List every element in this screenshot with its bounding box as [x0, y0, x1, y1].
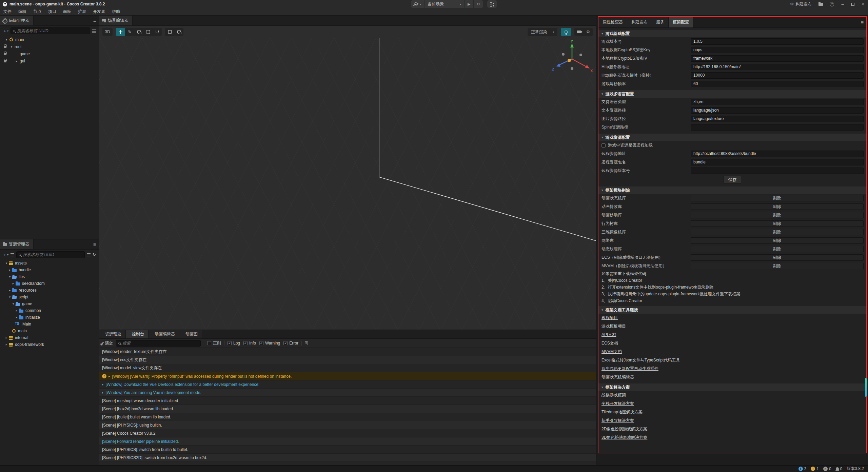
doc-link[interactable]: ECS文档 — [601, 340, 618, 346]
property-input[interactable]: 10000 — [691, 72, 864, 79]
expander-icon[interactable]: ▸ — [14, 59, 19, 63]
tree-node[interactable]: ▾ game — [0, 300, 99, 307]
tree-node[interactable]: ▾ libs — [0, 273, 99, 280]
expander-icon[interactable]: ▾ — [9, 45, 14, 48]
remove-module-button[interactable]: 剔除 — [691, 229, 864, 235]
inspector-tab[interactable]: 属性检查器 — [598, 17, 627, 27]
camera-settings-button[interactable] — [574, 28, 584, 36]
menu-item[interactable]: 项目 — [45, 9, 60, 15]
scene-viewport[interactable]: Y X Z — [99, 38, 596, 330]
doc-link[interactable]: MVVM文档 — [601, 349, 622, 355]
menu-item[interactable]: 开发者 — [90, 9, 108, 15]
warning-count[interactable]: ! 1 — [811, 467, 819, 471]
log-row[interactable]: ▸ [Window] You are running Vue in develo… — [99, 389, 596, 397]
render-mode-select[interactable]: 正常渲染 ▾ — [528, 28, 557, 36]
remove-module-button[interactable]: 剔除 — [691, 212, 864, 218]
hierarchy-search-input[interactable] — [17, 28, 88, 33]
solution-link[interactable]: Tiledmap地图解决方案 — [601, 409, 643, 415]
pivot-center-button[interactable] — [165, 28, 174, 36]
tab-scene-editor[interactable]: 场景编辑器 — [99, 16, 133, 25]
section-header-modules[interactable]: ▾ 框架模块剔除 — [598, 186, 866, 194]
console-search-input[interactable] — [122, 341, 198, 346]
property-input[interactable]: bundle — [691, 159, 864, 165]
property-input[interactable]: http://localhost:8083/assets/bundle — [691, 151, 864, 157]
notification-count[interactable]: 0 — [836, 467, 843, 471]
log-row[interactable]: [Window] render_texture文件夹存在 — [99, 348, 596, 356]
section-header-solutions[interactable]: ▾ 框架解决方案 — [598, 383, 866, 391]
expander-icon[interactable]: ▸ — [4, 343, 9, 346]
create-node-button[interactable]: ＋▾ — [3, 28, 8, 34]
remove-module-button[interactable]: 剔除 — [691, 263, 864, 269]
property-input[interactable] — [691, 168, 864, 174]
property-input[interactable]: http://192.168.0.150/main/ — [691, 64, 864, 70]
menu-item[interactable]: 编辑 — [15, 9, 30, 15]
solution-link[interactable]: 2D角色扮演游戏解决方案 — [601, 426, 647, 432]
solution-link[interactable]: 全栈开发解决方案 — [601, 401, 634, 407]
log-row[interactable]: [Window] model_view文件夹存在 — [99, 364, 596, 372]
tree-node[interactable]: ▾ main — [0, 36, 99, 43]
console-tab[interactable]: 控制台 — [126, 330, 149, 338]
remove-module-button[interactable]: 剔除 — [691, 246, 864, 252]
property-input[interactable]: framework — [691, 55, 864, 62]
create-asset-button[interactable]: ＋▾ — [3, 252, 8, 258]
filter-assets-icon[interactable] — [87, 253, 91, 256]
solution-link[interactable]: 战棋游戏框架 — [601, 392, 626, 398]
scene-settings-button[interactable]: ⚙ — [584, 28, 593, 36]
mode-3d-button[interactable]: 3D — [102, 28, 113, 36]
remove-module-button[interactable]: 剔除 — [691, 203, 864, 210]
doc-link[interactable]: 动画状态机编辑器 — [601, 374, 634, 380]
tree-node[interactable]: game — [0, 50, 99, 57]
lighting-toggle-button[interactable] — [561, 28, 571, 36]
expander-icon[interactable]: ▸ — [14, 309, 19, 312]
remove-module-button[interactable]: 剔除 — [691, 254, 864, 261]
tree-node[interactable]: ▸ common — [0, 307, 99, 314]
log-row[interactable]: [Scene] [box2d]:box2d wasm lib loaded. — [99, 405, 596, 413]
remote-load-checkbox-row[interactable]: 游戏中资源是否远程加载 — [598, 141, 866, 150]
expander-icon[interactable]: ▾ — [7, 295, 12, 299]
console-tab[interactable]: 动画图 — [179, 330, 202, 338]
log-row[interactable]: [Scene] Forward render pipeline initiali… — [99, 437, 596, 446]
rect-tool-button[interactable] — [143, 28, 153, 36]
tree-node[interactable]: ▾ script — [0, 294, 99, 300]
log-file-icon[interactable] — [305, 341, 308, 345]
log-row[interactable]: [Scene] Cocos Creator v3.8.2 — [99, 429, 596, 437]
doc-link[interactable]: 教程项目 — [601, 315, 618, 321]
tree-node[interactable]: ▸ bundle — [0, 267, 99, 273]
console-tab[interactable]: 资源预览 — [99, 330, 126, 338]
inspector-tab[interactable]: 构建发布 — [627, 17, 652, 27]
expander-icon[interactable]: ▸ — [11, 282, 16, 285]
open-folder-icon[interactable] — [818, 3, 823, 6]
gizmo-tool-button[interactable] — [153, 28, 162, 36]
move-tool-button[interactable] — [116, 28, 125, 36]
log-row[interactable]: ! ▸ [Window] [Vue warn]: Property "onInp… — [99, 372, 596, 380]
log-row[interactable]: [Scene] [PHYSICS2D]: switch from box2d-w… — [99, 454, 596, 462]
property-input[interactable]: language/json — [691, 107, 864, 114]
expander-icon[interactable]: ▸ — [14, 316, 19, 319]
property-input[interactable]: language/texture — [691, 116, 864, 122]
expander-icon[interactable]: ▾ — [7, 275, 12, 278]
filter-checkbox[interactable]: Warning — [259, 341, 280, 346]
log-row[interactable]: [Scene] meshopt wasm decoder initialized — [99, 397, 596, 405]
property-input[interactable]: oops — [691, 47, 864, 53]
error-count[interactable]: × 0 — [823, 467, 831, 471]
menu-item[interactable]: 面板 — [60, 9, 75, 15]
property-input[interactable] — [691, 124, 864, 131]
maximize-button[interactable] — [848, 0, 858, 8]
save-button[interactable]: 保存 — [724, 176, 741, 184]
section-header-basic[interactable]: ▾ 游戏基础配置 — [598, 30, 866, 37]
device-preview-button[interactable] — [487, 0, 497, 8]
expander-icon[interactable]: ▸ — [7, 268, 12, 272]
inspector-scrollbar[interactable] — [865, 378, 867, 397]
hierarchy-menu-icon[interactable]: ≡ — [93, 16, 96, 25]
doc-link[interactable]: Excel格式转Json文件与TypeScript代码工具 — [601, 357, 680, 363]
expander-icon[interactable]: ▸ — [102, 383, 104, 386]
preview-platform-select[interactable]: ▾ — [411, 0, 425, 8]
menu-item[interactable]: 文件 — [0, 9, 15, 15]
log-row[interactable]: [Scene] [bullet]:bullet wasm lib loaded. — [99, 413, 596, 421]
tree-node[interactable]: ▸ seedrandom — [0, 280, 99, 287]
assets-search-input[interactable] — [23, 252, 82, 257]
tab-hierarchy[interactable]: 层级管理器 — [0, 16, 34, 25]
property-input[interactable]: 60 — [691, 81, 864, 87]
remove-module-button[interactable]: 剔除 — [691, 195, 864, 201]
remove-module-button[interactable]: 剔除 — [691, 237, 864, 244]
